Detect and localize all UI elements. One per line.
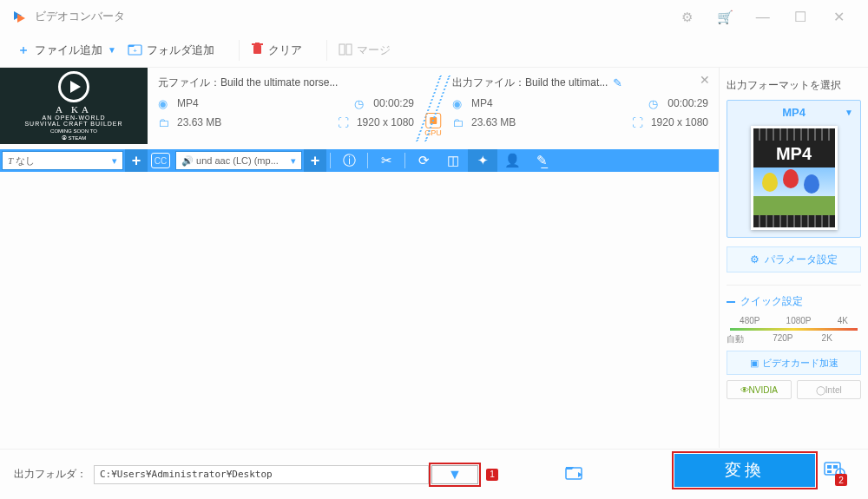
source-info: 元ファイル：Build the ultimate norse... ◉MP4 ◷… bbox=[148, 68, 424, 149]
info-tool[interactable]: ⓘ bbox=[334, 149, 364, 172]
add-subtitle-button[interactable]: + bbox=[125, 149, 148, 172]
svg-text:+: + bbox=[133, 46, 137, 54]
output-folder-label: 出力フォルダ： bbox=[14, 467, 87, 482]
trash-icon bbox=[252, 43, 263, 57]
maximize-button[interactable]: ☐ bbox=[783, 9, 818, 25]
app-logo-icon bbox=[12, 9, 28, 24]
clear-button[interactable]: クリア bbox=[252, 43, 302, 58]
intel-badge: ◯ Intel bbox=[797, 380, 862, 399]
effect-tool[interactable]: ✦ bbox=[468, 149, 497, 172]
add-folder-label: フォルダ追加 bbox=[147, 43, 214, 58]
watermark-tool[interactable]: 👤 bbox=[497, 149, 527, 172]
cc-toggle[interactable]: CC bbox=[151, 153, 170, 168]
format-thumbnail: MP4 bbox=[751, 126, 838, 230]
bottom-bar: 出力フォルダ： ▼ 1 変換 2 bbox=[0, 449, 868, 499]
highlight-marker-1: ▼ bbox=[429, 463, 481, 487]
output-folder-input[interactable] bbox=[94, 465, 429, 484]
cut-tool[interactable]: ✂ bbox=[372, 149, 401, 172]
svg-rect-5 bbox=[339, 44, 345, 55]
chevron-down-icon: ▼ bbox=[845, 108, 853, 117]
format-name: MP4 bbox=[782, 106, 806, 119]
merge-icon bbox=[339, 43, 352, 57]
convert-button[interactable]: 変換 bbox=[674, 454, 815, 487]
add-folder-button[interactable]: + フォルダ追加 bbox=[128, 43, 214, 58]
callout-number-1: 1 bbox=[486, 469, 498, 481]
add-file-label: ファイル追加 bbox=[35, 43, 102, 58]
remove-item-button[interactable]: ✕ bbox=[700, 73, 710, 87]
video-thumbnail[interactable]: A KA AN OPEN-WORLD SURVIVAL CRAFT BUILDE… bbox=[0, 68, 148, 144]
subtitle-select[interactable]: T なし ▾ bbox=[2, 151, 123, 170]
file-list: A KA AN OPEN-WORLD SURVIVAL CRAFT BUILDE… bbox=[0, 68, 719, 448]
title-bar: ビデオコンバータ ⚙ 🛒 — ☐ ✕ bbox=[0, 0, 868, 33]
format-panel-title: 出力フォーマットを選択 bbox=[727, 78, 861, 93]
plus-icon: ＋ bbox=[17, 43, 30, 58]
gpu-accel-button[interactable]: ▣ ビデオカード加速 bbox=[727, 351, 861, 375]
edit-output-name-button[interactable]: ✎ bbox=[613, 76, 622, 89]
resolution-icon: ⛶ bbox=[338, 116, 353, 129]
svg-rect-10 bbox=[833, 465, 838, 469]
svg-rect-2 bbox=[253, 45, 261, 54]
svg-rect-6 bbox=[346, 44, 352, 55]
disc-icon: ◉ bbox=[452, 97, 468, 110]
minimize-button[interactable]: — bbox=[746, 10, 780, 25]
file-item: A KA AN OPEN-WORLD SURVIVAL CRAFT BUILDE… bbox=[0, 68, 719, 149]
svg-rect-4 bbox=[255, 43, 260, 44]
merge-button: マージ bbox=[339, 43, 391, 58]
sliders-icon: ⚙ bbox=[750, 253, 760, 266]
merge-label: マージ bbox=[357, 43, 391, 58]
output-folder-dropdown[interactable]: ▼ bbox=[431, 465, 478, 484]
toolbar: ＋ ファイル追加 ▼ + フォルダ追加 クリア マージ bbox=[0, 33, 868, 68]
chip-icon: ▣ bbox=[750, 358, 759, 369]
callout-number-2: 2 bbox=[835, 474, 847, 486]
add-audio-button[interactable]: + bbox=[304, 149, 326, 172]
chevron-down-icon: ▾ bbox=[112, 155, 117, 167]
parameter-settings-button[interactable]: ⚙ パラメータ設定 bbox=[727, 246, 861, 272]
resolution-icon: ⛶ bbox=[632, 116, 648, 129]
quick-settings-header[interactable]: クイック設定 bbox=[727, 294, 861, 309]
add-file-button[interactable]: ＋ ファイル追加 ▼ bbox=[17, 43, 116, 58]
app-title: ビデオコンバータ bbox=[35, 9, 125, 24]
chevron-down-icon[interactable]: ▼ bbox=[108, 45, 116, 55]
subtitle-tool[interactable]: ✎̲ bbox=[527, 149, 556, 172]
folder-plus-icon: + bbox=[128, 43, 141, 57]
crop-tool[interactable]: ◫ bbox=[438, 149, 468, 172]
gear-icon[interactable]: ⚙ bbox=[670, 10, 705, 25]
folder-icon: 🗀 bbox=[158, 116, 174, 129]
clear-label: クリア bbox=[268, 43, 302, 58]
audio-select[interactable]: 🔊 und aac (LC) (mp... ▾ bbox=[175, 151, 302, 170]
rotate-tool[interactable]: ⟳ bbox=[409, 149, 438, 172]
output-info: 出力ファイル：Build the ultimat...✎ ◉MP4 ◷00:00… bbox=[442, 68, 719, 149]
chevron-down-icon: ▾ bbox=[291, 155, 296, 167]
right-panel: 出力フォーマットを選択 MP4 ▼ MP4 ⚙ パラメータ設定 クイック設定 4… bbox=[719, 68, 868, 448]
play-icon bbox=[58, 71, 89, 102]
highlight-marker-2: 変換 bbox=[672, 451, 818, 489]
svg-rect-11 bbox=[827, 470, 832, 473]
nvidia-badge: 👁 NVIDIA bbox=[727, 380, 792, 399]
resolution-slider[interactable]: 480P 1080P 4K 自動 720P 2K bbox=[727, 316, 861, 345]
open-folder-button[interactable] bbox=[566, 465, 583, 483]
svg-rect-9 bbox=[827, 465, 832, 469]
cart-icon[interactable]: 🛒 bbox=[707, 10, 742, 25]
folder-icon: 🗀 bbox=[452, 116, 468, 129]
disc-icon: ◉ bbox=[158, 97, 174, 110]
clock-icon: ◷ bbox=[648, 97, 664, 110]
item-action-bar: T なし ▾ + CC 🔊 und aac (LC) (mp... ▾ + ⓘ … bbox=[0, 149, 719, 172]
clock-icon: ◷ bbox=[354, 97, 370, 110]
format-selector[interactable]: MP4 ▼ MP4 bbox=[727, 100, 861, 238]
close-button[interactable]: ✕ bbox=[821, 9, 856, 25]
